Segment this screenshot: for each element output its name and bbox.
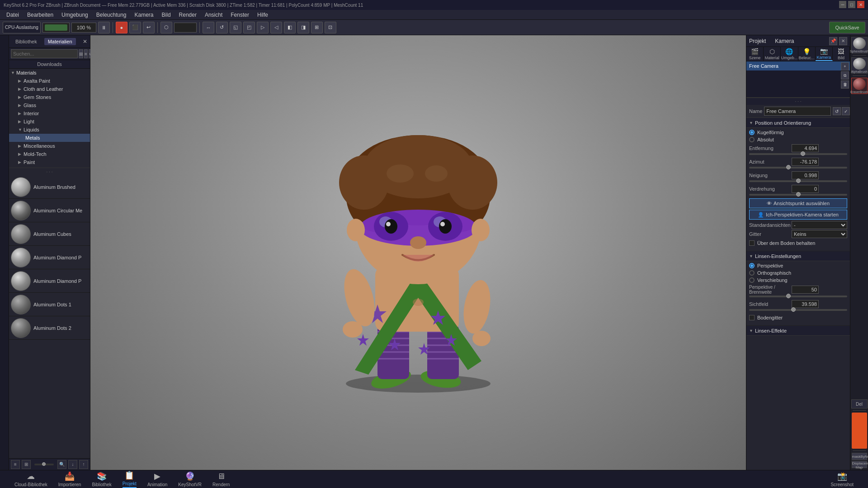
bodengitter-checkbox[interactable] [749,315,755,320]
zoom-in-btn[interactable]: 🔍 [57,460,66,469]
ri-del-btn[interactable]: Del [851,399,868,408]
zoom-input[interactable] [71,23,96,33]
viewport[interactable] [90,35,746,470]
tree-item-misc[interactable]: ▶ Miscellaneous [9,142,90,150]
bot-projekt-btn[interactable]: 📋 Projekt [117,469,142,488]
tb-stop[interactable]: ⬛ [129,22,141,33]
ri-spherebrush-btn[interactable]: SphereBrush [851,37,868,53]
camera-name-input[interactable] [764,107,831,116]
mat-item-2[interactable]: Aluminum Cubes [9,222,90,246]
menu-bearbeiten[interactable]: Bearbeiten [24,11,57,19]
rp-tab-szene[interactable]: 🎬 Szene [746,47,764,61]
menu-umgebung[interactable]: Umgebung [58,11,92,19]
tb-pause[interactable]: ⏸ [98,22,110,33]
rp-tab-beleuc[interactable]: 💡 Beleuc... [798,47,816,61]
tree-item-paint[interactable]: ▶ Paint [9,158,90,166]
radio-absolut[interactable] [749,137,755,142]
ri-alphabrush-btn[interactable]: AlphaBrush [851,57,868,74]
bot-screenshot-btn[interactable]: 📸 Screenshot [825,470,859,488]
ri-masknoise-btn[interactable]: maskByNoise [852,453,867,460]
radio-kugelfoermig[interactable] [749,130,755,135]
mat-item-3[interactable]: Aluminum Diamond P [9,246,90,269]
perspektiven-btn[interactable]: 👤 Ich-Perspektiven-Kamera starten [749,210,847,220]
neigung-slider[interactable] [749,180,847,182]
mat-item-4[interactable]: Aluminum Diamond P [9,269,90,293]
menu-render[interactable]: Render [175,11,200,19]
search-input[interactable] [11,49,78,58]
mat-item-6[interactable]: Aluminum Dots 2 [9,316,90,340]
mat-item-1[interactable]: Aluminum Circular Me [9,199,90,222]
cam-name-apply[interactable]: ✓ [842,107,850,115]
neigung-input[interactable] [792,171,819,179]
tb-cam7[interactable]: ⊞ [311,22,323,33]
brennweite-slider[interactable] [749,296,847,297]
search-list-btn[interactable]: ≡ [84,49,88,58]
ri-eraserbrush-btn[interactable]: EraserBrush [851,78,868,94]
tb-cam1[interactable]: ◱ [230,22,241,33]
mat-item-0[interactable]: Aluminum Brushed [9,175,90,199]
tree-item-axalta[interactable]: ▶ Axalta Paint [9,77,90,85]
tree-root-materials[interactable]: ▼ Materials [9,69,90,77]
menu-ansicht[interactable]: Ansicht [201,11,226,19]
section-position[interactable]: ▼ Position und Orientierung [746,118,850,128]
tb-cam3[interactable]: ▷ [257,22,269,33]
gitter-select[interactable]: Keins [792,230,847,238]
export-btn[interactable]: ↑ [79,460,88,469]
minimize-button[interactable]: ─ [839,1,846,8]
tb-size[interactable]: ⬡ [160,22,172,33]
entfernung-slider[interactable] [749,153,847,155]
menu-datei[interactable]: Datei [3,11,23,19]
cam-copy-btn[interactable]: ⧉ [841,71,849,80]
sichtfeld-input[interactable] [792,300,819,308]
bot-rendern-btn[interactable]: 🖥 Rendern [207,471,235,488]
tree-item-cloth[interactable]: ▶ Cloth and Leather [9,85,90,93]
cam-name-refresh[interactable]: ↺ [833,107,841,115]
tb-cam4[interactable]: ◁ [270,22,282,33]
menu-beleuchtung[interactable]: Beleuchtung [93,11,130,19]
tb-realtime[interactable]: ● [116,22,127,33]
azimut-slider[interactable] [749,167,847,169]
rp-tab-kamera[interactable]: 📷 Kamera [816,47,833,61]
panel-close-btn[interactable]: ✕ [839,37,847,45]
tb-rotate[interactable]: ↺ [216,22,228,33]
tab-bibliothek[interactable]: Bibliothek [12,38,41,45]
section-linsen[interactable]: ▼ Linsen-Einstellungen [746,251,850,261]
tab-materialien[interactable]: Materialien [44,38,76,45]
rp-tab-material[interactable]: ⬡ Material [764,47,781,61]
tb-move[interactable]: ↔ [203,22,214,33]
tb-cam5[interactable]: ◧ [284,22,296,33]
import-btn[interactable]: ↓ [68,460,77,469]
menu-kamera[interactable]: Kamera [131,11,157,19]
tb-cam2[interactable]: ◰ [243,22,255,33]
azimut-input[interactable] [792,158,819,166]
tree-item-interior[interactable]: ▶ Interior [9,109,90,117]
size-input[interactable]: 50.0 [174,23,197,33]
bot-cloud-btn[interactable]: ☁ Cloud-Bibliothek [9,470,53,488]
tb-screenshot[interactable]: QuickSave [829,22,865,33]
ri-disp-map-btn[interactable]: Displacement Map [852,461,867,468]
brennweite-input[interactable] [792,286,819,294]
bot-bibliothek-btn[interactable]: 📚 Bibliothek [86,470,117,488]
entfernung-input[interactable] [792,144,819,152]
tree-item-moldtech[interactable]: ▶ Mold-Tech [9,150,90,158]
tb-cam6[interactable]: ◨ [297,22,309,33]
panel-close[interactable]: ✕ [83,38,87,45]
mat-item-5[interactable]: Aluminum Dots 1 [9,293,90,316]
section-linsen-effekte[interactable]: ▼ Linsen-Effekte [746,326,850,336]
list-view-btn[interactable]: ≡ [11,460,20,469]
panel-pin-btn[interactable]: 📌 [829,37,837,45]
tree-item-metals[interactable]: Metals [9,134,90,142]
tree-item-light[interactable]: ▶ Light [9,117,90,126]
menu-fenster[interactable]: Fenster [227,11,253,19]
tree-item-liquids[interactable]: ▼ Liquids [9,126,90,134]
bot-importieren-btn[interactable]: 📥 Importieren [53,470,87,488]
verdrehung-input[interactable] [792,185,819,193]
tb-cam8[interactable]: ⊡ [325,22,336,33]
cam-add-btn[interactable]: + [841,62,849,70]
zoom-slider[interactable] [34,464,54,465]
camera-list-item-freecam[interactable]: Free Camera [746,61,850,70]
bot-animation-btn[interactable]: ▶ Animation [142,470,173,488]
standardansichten-select[interactable]: - [792,221,847,229]
boden-checkbox[interactable] [749,240,755,246]
ansichtspunkt-btn[interactable]: 👁 Ansichtspunkt auswählen [749,198,847,208]
